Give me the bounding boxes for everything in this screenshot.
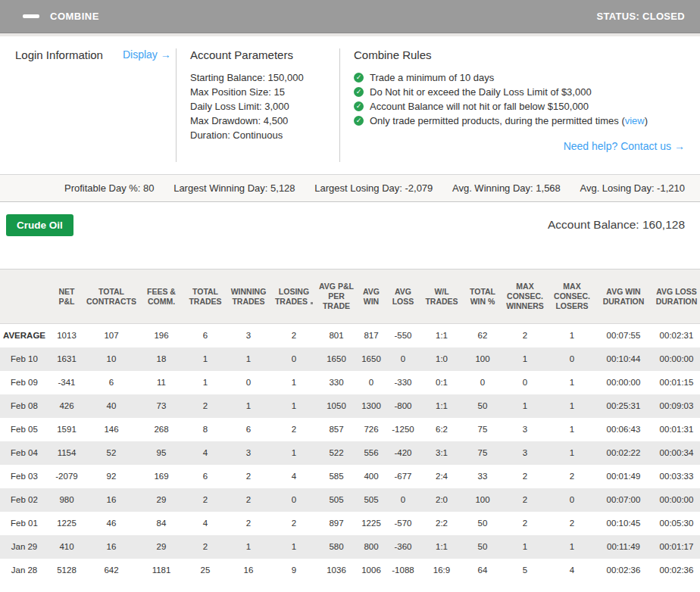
cell: 3 — [226, 324, 271, 347]
table-row: Jan 28512864211812516910361006-108816:96… — [0, 559, 700, 582]
cell: 2 — [502, 488, 548, 512]
cell: -570 — [386, 512, 420, 535]
cell: 726 — [356, 418, 386, 441]
cell: 1 — [271, 441, 317, 465]
column-header-label: MAX CONSEC. LOSERS — [554, 282, 590, 310]
cell: 268 — [138, 418, 185, 441]
cell: 00:01:49 — [595, 465, 652, 488]
cell: 16 — [85, 535, 138, 559]
cell: 16 — [85, 488, 138, 512]
table-row: Feb 051591146268862857726-12506:2753100:… — [0, 418, 700, 441]
column-header-label: AVG LOSS DURATION — [656, 287, 698, 306]
cell: -800 — [386, 394, 420, 418]
cell: 2:0 — [420, 488, 464, 512]
cell: 10 — [85, 347, 138, 371]
combine-title-bar: COMBINE STATUS: CLOSED — [0, 0, 700, 33]
combine-rules-panel: Combine Rules ✓Trade a minimum of 10 day… — [339, 48, 688, 162]
cell: 800 — [356, 535, 386, 559]
column-header[interactable]: TOTAL TRADES — [185, 270, 226, 324]
column-header-label: AVG P&L PER TRADE — [319, 282, 354, 310]
cell: 1225 — [356, 512, 386, 535]
row-label: Feb 01 — [0, 512, 48, 535]
row-label: Feb 09 — [0, 371, 48, 394]
login-information-panel: Login Information Display → — [15, 48, 176, 162]
cell: 1225 — [48, 512, 85, 535]
combine-rules-list: ✓Trade a minimum of 10 days✓Do Not hit o… — [354, 70, 688, 128]
cell: 1:1 — [420, 394, 464, 418]
cell: 2 — [548, 465, 595, 488]
cell: 5 — [502, 559, 548, 582]
cell: 00:00:34 — [652, 441, 700, 465]
cell: 1013 — [48, 324, 85, 347]
cell: 0 — [356, 371, 386, 394]
cell: 84 — [138, 512, 185, 535]
row-label: Jan 29 — [0, 535, 48, 559]
cell: 0 — [226, 371, 271, 394]
cell: 556 — [356, 441, 386, 465]
account-balance-label: Account Balance: — [548, 218, 639, 231]
cell: 3 — [502, 441, 548, 465]
cell: 2 — [271, 418, 317, 441]
stat-item: Largest Losing Day: -2,079 — [314, 182, 433, 194]
cell: 46 — [85, 512, 138, 535]
column-header[interactable]: WINNING TRADES — [226, 270, 271, 324]
cell: 33 — [464, 465, 502, 488]
cell: 801 — [317, 324, 356, 347]
column-header[interactable]: NET P&L — [48, 270, 85, 324]
rule-text: Account Balance will not hit or fall bel… — [370, 99, 589, 114]
row-label: Feb 04 — [0, 441, 48, 465]
display-link[interactable]: Display → — [123, 48, 171, 61]
column-header[interactable]: AVG P&L PER TRADE — [317, 270, 356, 324]
table-row: Jan 294101629211580800-3601:1501100:11:4… — [0, 535, 700, 559]
column-header-label: NET P&L — [59, 287, 75, 306]
column-header[interactable]: AVG LOSS DURATION — [652, 270, 700, 324]
column-header[interactable]: AVG WIN — [356, 270, 386, 324]
cell: 1 — [502, 394, 548, 418]
cell: -341 — [48, 371, 85, 394]
stat-item: Avg. Winning Day: 1,568 — [452, 182, 561, 194]
column-header[interactable]: FEES & COMM. — [138, 270, 185, 324]
cell: 95 — [138, 441, 185, 465]
cell: 1154 — [48, 441, 85, 465]
cell: 585 — [317, 465, 356, 488]
cell: -677 — [386, 465, 420, 488]
cell: 2 — [185, 394, 226, 418]
cell: 00:01:15 — [652, 371, 700, 394]
cell: 410 — [48, 535, 85, 559]
cell: 196 — [138, 324, 185, 347]
collapse-icon[interactable] — [23, 14, 39, 18]
check-circle-icon: ✓ — [354, 87, 364, 97]
cell: 00:02:22 — [595, 441, 652, 465]
combine-rules-heading: Combine Rules — [354, 48, 688, 61]
column-header[interactable]: W/L TRADES — [420, 270, 464, 324]
cell: 1591 — [48, 418, 85, 441]
row-label: Feb 02 — [0, 488, 48, 512]
cell: 0:1 — [420, 371, 464, 394]
cell: 2 — [548, 512, 595, 535]
cell: 330 — [317, 371, 356, 394]
column-header[interactable]: MAX CONSEC. LOSERS — [548, 270, 595, 324]
cell: 0 — [548, 488, 595, 512]
column-header[interactable]: AVG LOSS — [386, 270, 420, 324]
cell: 52 — [85, 441, 138, 465]
cell: 426 — [48, 394, 85, 418]
column-header[interactable]: AVG WIN DURATION — [595, 270, 652, 324]
status-value: CLOSED — [642, 11, 685, 22]
cell: 00:02:36 — [652, 559, 700, 582]
column-header[interactable]: MAX CONSEC. WINNERS — [502, 270, 548, 324]
cell: 857 — [317, 418, 356, 441]
column-header[interactable]: LOSING TRADES — [271, 270, 317, 324]
view-link[interactable]: view — [625, 114, 645, 128]
product-button[interactable]: Crude Oil — [6, 214, 73, 236]
cell: 2 — [226, 512, 271, 535]
cell: 505 — [317, 488, 356, 512]
cell: 3 — [226, 441, 271, 465]
cell: 6:2 — [420, 418, 464, 441]
column-header-empty[interactable] — [0, 270, 48, 324]
account-parameter-line: Starting Balance: 150,000 — [190, 70, 339, 85]
cell: 642 — [85, 559, 138, 582]
column-header[interactable]: TOTAL WIN % — [464, 270, 502, 324]
column-header[interactable]: TOTAL CONTRACTS — [85, 270, 138, 324]
check-circle-icon: ✓ — [354, 101, 364, 111]
contact-us-link[interactable]: Need help? Contact us → — [564, 140, 685, 152]
